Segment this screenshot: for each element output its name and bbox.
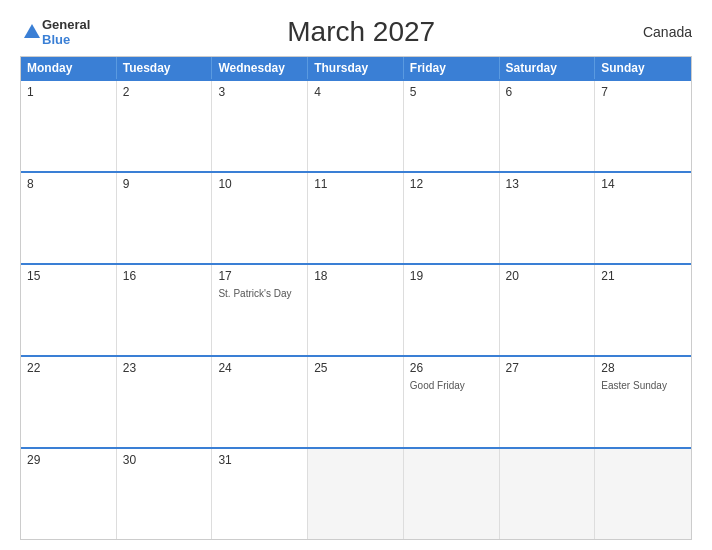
day-number: 6 (506, 85, 589, 99)
day-number: 21 (601, 269, 685, 283)
week-row-5: 293031 (21, 447, 691, 539)
cal-cell: 8 (21, 173, 117, 263)
country-label: Canada (632, 24, 692, 40)
event-label: Good Friday (410, 379, 493, 392)
cal-cell: 30 (117, 449, 213, 539)
calendar-body: 1234567891011121314151617St. Patrick's D… (21, 79, 691, 539)
cal-cell: 14 (595, 173, 691, 263)
cal-cell: 15 (21, 265, 117, 355)
cal-cell: 2 (117, 81, 213, 171)
day-number: 20 (506, 269, 589, 283)
day-number: 5 (410, 85, 493, 99)
cal-cell: 28Easter Sunday (595, 357, 691, 447)
cal-cell: 13 (500, 173, 596, 263)
cal-cell (595, 449, 691, 539)
cal-cell: 26Good Friday (404, 357, 500, 447)
cal-cell: 21 (595, 265, 691, 355)
cal-cell: 22 (21, 357, 117, 447)
day-number: 8 (27, 177, 110, 191)
cal-cell: 6 (500, 81, 596, 171)
cal-cell (500, 449, 596, 539)
logo-icon (20, 24, 40, 40)
calendar-grid: MondayTuesdayWednesdayThursdayFridaySatu… (20, 56, 692, 540)
day-number: 9 (123, 177, 206, 191)
day-number: 30 (123, 453, 206, 467)
logo-general: General (42, 17, 90, 32)
day-number: 1 (27, 85, 110, 99)
cal-cell (404, 449, 500, 539)
cal-cell: 23 (117, 357, 213, 447)
day-number: 12 (410, 177, 493, 191)
day-number: 13 (506, 177, 589, 191)
cal-cell: 7 (595, 81, 691, 171)
day-number: 11 (314, 177, 397, 191)
day-number: 27 (506, 361, 589, 375)
cal-cell: 17St. Patrick's Day (212, 265, 308, 355)
day-number: 19 (410, 269, 493, 283)
cal-cell: 16 (117, 265, 213, 355)
day-number: 22 (27, 361, 110, 375)
week-row-4: 2223242526Good Friday2728Easter Sunday (21, 355, 691, 447)
cal-cell: 3 (212, 81, 308, 171)
day-number: 24 (218, 361, 301, 375)
header-cell-sunday: Sunday (595, 57, 691, 79)
week-row-1: 1234567 (21, 79, 691, 171)
logo-blue: Blue (42, 32, 90, 47)
header-cell-saturday: Saturday (500, 57, 596, 79)
day-number: 18 (314, 269, 397, 283)
logo-text: General Blue (42, 17, 90, 47)
event-label: St. Patrick's Day (218, 287, 301, 300)
day-number: 15 (27, 269, 110, 283)
cal-cell: 25 (308, 357, 404, 447)
day-number: 31 (218, 453, 301, 467)
logo: General Blue (20, 17, 90, 47)
day-number: 25 (314, 361, 397, 375)
header-cell-tuesday: Tuesday (117, 57, 213, 79)
cal-cell: 29 (21, 449, 117, 539)
header-cell-wednesday: Wednesday (212, 57, 308, 79)
header: General Blue March 2027 Canada (20, 16, 692, 48)
cal-cell: 27 (500, 357, 596, 447)
cal-cell (308, 449, 404, 539)
day-number: 29 (27, 453, 110, 467)
cal-cell: 9 (117, 173, 213, 263)
cal-cell: 5 (404, 81, 500, 171)
day-number: 28 (601, 361, 685, 375)
logo-triangle-icon (24, 24, 40, 38)
cal-cell: 19 (404, 265, 500, 355)
day-number: 4 (314, 85, 397, 99)
calendar-page: General Blue March 2027 Canada MondayTue… (0, 0, 712, 550)
cal-cell: 31 (212, 449, 308, 539)
cal-cell: 20 (500, 265, 596, 355)
day-number: 16 (123, 269, 206, 283)
cal-cell: 12 (404, 173, 500, 263)
header-cell-thursday: Thursday (308, 57, 404, 79)
calendar-header-row: MondayTuesdayWednesdayThursdayFridaySatu… (21, 57, 691, 79)
cal-cell: 4 (308, 81, 404, 171)
cal-cell: 1 (21, 81, 117, 171)
day-number: 26 (410, 361, 493, 375)
day-number: 10 (218, 177, 301, 191)
cal-cell: 24 (212, 357, 308, 447)
week-row-2: 891011121314 (21, 171, 691, 263)
calendar-title: March 2027 (90, 16, 632, 48)
day-number: 3 (218, 85, 301, 99)
day-number: 2 (123, 85, 206, 99)
day-number: 7 (601, 85, 685, 99)
header-cell-monday: Monday (21, 57, 117, 79)
event-label: Easter Sunday (601, 379, 685, 392)
cal-cell: 11 (308, 173, 404, 263)
day-number: 23 (123, 361, 206, 375)
header-cell-friday: Friday (404, 57, 500, 79)
cal-cell: 10 (212, 173, 308, 263)
day-number: 17 (218, 269, 301, 283)
cal-cell: 18 (308, 265, 404, 355)
week-row-3: 151617St. Patrick's Day18192021 (21, 263, 691, 355)
day-number: 14 (601, 177, 685, 191)
